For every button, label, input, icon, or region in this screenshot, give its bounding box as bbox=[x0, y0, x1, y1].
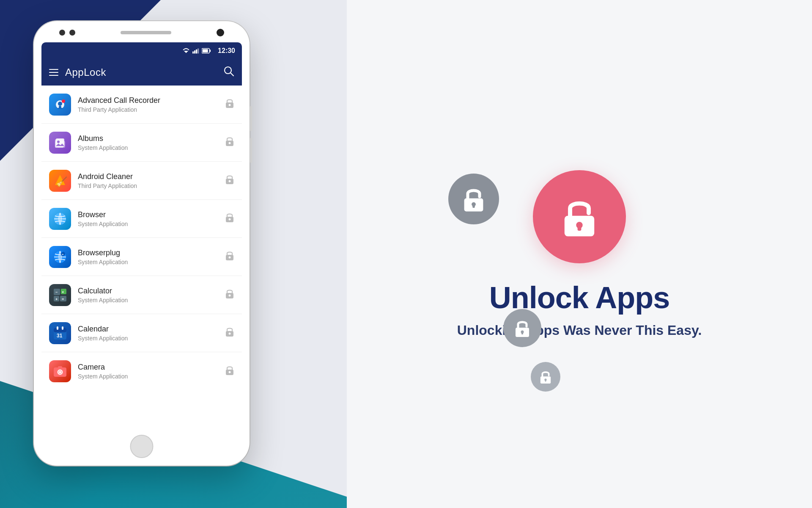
app-name-browserplug: Browserplug bbox=[78, 248, 218, 257]
app-info-calendar: Calendar System Application bbox=[78, 325, 218, 342]
svg-text:×: × bbox=[62, 290, 64, 294]
promo-subtitle: Unlocking Apps Was Never This Easy. bbox=[457, 323, 702, 338]
app-icon-calendar: 31 bbox=[49, 322, 71, 344]
battery-icon bbox=[202, 48, 211, 54]
svg-rect-61 bbox=[54, 328, 66, 332]
hamburger-menu-icon[interactable] bbox=[49, 69, 58, 76]
unlock-icon-svg bbox=[556, 193, 603, 240]
app-name-advanced-call-recorder: Advanced Call Recorder bbox=[78, 96, 218, 105]
svg-rect-63 bbox=[62, 326, 63, 330]
app-info-camera: Camera System Application bbox=[78, 363, 218, 380]
lock-icon-camera[interactable] bbox=[225, 365, 234, 378]
unlock-icon-circle bbox=[533, 170, 626, 263]
svg-text:−: − bbox=[55, 290, 58, 294]
app-type-albums: System Application bbox=[78, 144, 218, 151]
app-info-advanced-call-recorder: Advanced Call Recorder Third Party Appli… bbox=[78, 96, 218, 113]
app-info-browserplug: Browserplug System Application bbox=[78, 248, 218, 265]
phone-mockup: 12:30 AppLock bbox=[34, 21, 250, 487]
svg-rect-2 bbox=[578, 225, 582, 230]
signal-icon bbox=[192, 48, 199, 54]
app-item-camera[interactable]: Camera System Application bbox=[41, 352, 242, 390]
lock-icon-calculator[interactable] bbox=[225, 288, 234, 301]
phone-home-button[interactable] bbox=[130, 435, 154, 458]
svg-rect-5 bbox=[472, 204, 475, 208]
svg-point-43 bbox=[229, 218, 231, 221]
phone-body: 12:30 AppLock bbox=[34, 21, 250, 466]
app-item-advanced-call-recorder[interactable]: Advanced Call Recorder Third Party Appli… bbox=[41, 86, 242, 124]
lock-icon-browser[interactable] bbox=[225, 212, 234, 225]
svg-point-49 bbox=[229, 257, 231, 259]
lock-icon-calendar[interactable] bbox=[225, 326, 234, 340]
svg-point-71 bbox=[59, 371, 61, 373]
app-info-calculator: Calculator System Application bbox=[78, 287, 218, 304]
svg-rect-19 bbox=[203, 49, 208, 52]
lock-icon-android-cleaner[interactable] bbox=[225, 174, 234, 187]
phone-screen: 12:30 AppLock bbox=[41, 42, 242, 440]
search-icon[interactable] bbox=[223, 66, 234, 79]
svg-point-32 bbox=[57, 141, 60, 143]
svg-point-26 bbox=[62, 99, 65, 103]
app-icon-browser bbox=[49, 208, 71, 230]
floating-unlock-circle-large bbox=[448, 174, 499, 224]
svg-rect-62 bbox=[57, 326, 58, 330]
svg-point-39 bbox=[229, 180, 231, 182]
svg-point-66 bbox=[229, 333, 231, 335]
lock-icon-browserplug[interactable] bbox=[225, 250, 234, 263]
app-item-android-cleaner[interactable]: 🧹 Android Cleaner Third Party Applicatio… bbox=[41, 162, 242, 200]
svg-point-73 bbox=[229, 371, 231, 373]
app-item-calendar[interactable]: 31 Calendar System Application bbox=[41, 314, 242, 352]
lock-icon-advanced-call-recorder[interactable] bbox=[225, 98, 234, 111]
app-name-browser: Browser bbox=[78, 210, 218, 219]
floating-unlock-circle-medium bbox=[503, 309, 541, 347]
app-icon-advanced-call-recorder bbox=[49, 94, 71, 116]
app-toolbar: AppLock bbox=[41, 59, 242, 86]
svg-marker-12 bbox=[184, 51, 189, 53]
app-item-calculator[interactable]: − × + = Calculator System Application bbox=[41, 276, 242, 314]
app-icon-calculator: − × + = bbox=[49, 284, 71, 306]
app-info-browser: Browser System Application bbox=[78, 210, 218, 227]
svg-rect-25 bbox=[58, 108, 63, 109]
app-info-android-cleaner: Android Cleaner Third Party Application bbox=[78, 172, 218, 189]
promo-panel: Unlock Apps Unlocking Apps Was Never Thi… bbox=[347, 0, 812, 508]
app-type-browserplug: System Application bbox=[78, 259, 218, 265]
app-icon-browserplug: + bbox=[49, 246, 71, 268]
svg-point-23 bbox=[58, 102, 62, 106]
svg-rect-70 bbox=[58, 366, 62, 368]
app-type-android-cleaner: Third Party Application bbox=[78, 182, 218, 189]
svg-text:31: 31 bbox=[57, 333, 63, 339]
volume-down-button bbox=[250, 138, 252, 163]
phone-dot-1 bbox=[59, 30, 65, 36]
svg-text:=: = bbox=[62, 297, 64, 301]
toolbar-title: AppLock bbox=[65, 66, 217, 78]
svg-rect-16 bbox=[198, 48, 199, 53]
floating-unlock-circle-small bbox=[531, 362, 560, 392]
app-icon-albums bbox=[49, 132, 71, 154]
svg-rect-15 bbox=[196, 50, 197, 54]
app-name-camera: Camera bbox=[78, 363, 218, 372]
hamburger-line-1 bbox=[49, 69, 58, 70]
app-type-browser: System Application bbox=[78, 221, 218, 227]
app-item-browser[interactable]: Browser System Application bbox=[41, 200, 242, 238]
svg-point-59 bbox=[229, 295, 231, 297]
hamburger-line-3 bbox=[49, 75, 58, 76]
app-item-browserplug[interactable]: + Browserplug System Application bbox=[41, 238, 242, 276]
app-icon-android-cleaner: 🧹 bbox=[49, 170, 71, 192]
svg-rect-8 bbox=[521, 332, 523, 334]
phone-dots bbox=[59, 30, 75, 36]
lock-icon-albums[interactable] bbox=[225, 136, 234, 149]
app-name-calculator: Calculator bbox=[78, 287, 218, 295]
svg-text:+: + bbox=[55, 297, 58, 301]
app-name-calendar: Calendar bbox=[78, 325, 218, 334]
hamburger-line-2 bbox=[49, 72, 58, 73]
svg-text:🧹: 🧹 bbox=[56, 176, 68, 188]
svg-rect-14 bbox=[194, 50, 195, 53]
app-type-advanced-call-recorder: Third Party Application bbox=[78, 106, 218, 113]
app-name-albums: Albums bbox=[78, 134, 218, 143]
phone-camera bbox=[217, 29, 224, 36]
svg-line-21 bbox=[230, 73, 233, 76]
app-item-albums[interactable]: Albums System Application bbox=[41, 124, 242, 162]
app-info-albums: Albums System Application bbox=[78, 134, 218, 151]
status-time: 12:30 bbox=[218, 47, 235, 55]
phone-dot-2 bbox=[69, 30, 75, 36]
svg-point-28 bbox=[229, 104, 231, 106]
